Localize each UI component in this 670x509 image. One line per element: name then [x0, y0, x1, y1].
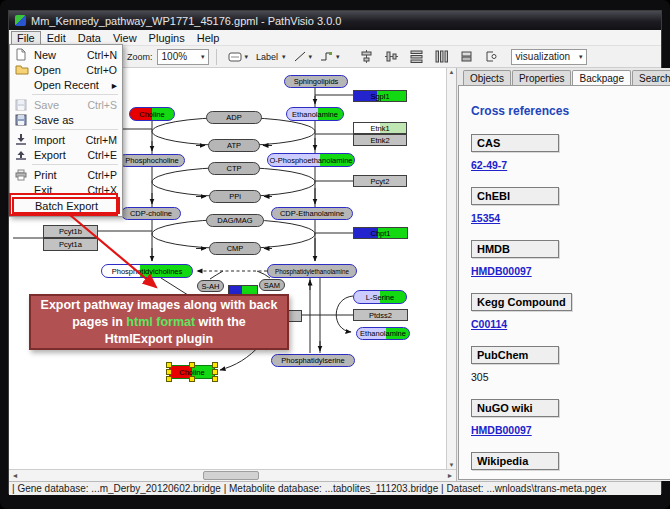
menu-item-save-as[interactable]: Save as — [12, 112, 120, 127]
side-panel: ObjectsPropertiesBackpageSearchLegend Cr… — [456, 68, 670, 481]
menu-file[interactable]: File — [11, 31, 41, 45]
pathway-node-dag-mag[interactable]: DAG/MAG — [206, 214, 264, 227]
pathway-node-phosphatidylserine[interactable]: Phosphatidylserine — [271, 354, 355, 367]
menu-item-import[interactable]: ImportCtrl+M — [12, 132, 120, 147]
pathway-node-ctp[interactable]: CTP — [208, 162, 260, 175]
pathway-node-choline-selected[interactable]: Choline — [169, 365, 215, 379]
xref-link[interactable]: 15354 — [471, 212, 500, 224]
pathway-node-ethanolamine-bottom[interactable]: Ethanolamine — [356, 327, 410, 340]
xref-link[interactable]: 62-49-7 — [471, 159, 507, 171]
selection-handle[interactable] — [166, 369, 172, 375]
scroll-down-icon[interactable]: ▼ — [449, 462, 455, 468]
menu-item-label: Open Recent — [34, 79, 106, 91]
pathway-node-atp[interactable]: ATP — [208, 139, 260, 152]
distribute-horizontal-icon[interactable] — [435, 50, 448, 63]
menu-item-print[interactable]: PrintCtrl+P — [12, 167, 120, 182]
chevron-down-icon: ▾ — [306, 53, 313, 61]
annotation-line2-end: with the — [195, 315, 246, 329]
scroll-up-icon[interactable]: ▲ — [449, 69, 455, 75]
xref-link[interactable]: HMDB00097 — [471, 265, 532, 277]
pathway-node-cmp[interactable]: CMP — [209, 242, 261, 255]
scrollbar-track[interactable] — [21, 470, 444, 481]
menu-item-save[interactable]: SaveCtrl+S — [12, 97, 120, 112]
visualization-combobox[interactable]: visualization ▾ — [511, 49, 587, 65]
line-tool-button[interactable]: ▾ — [291, 48, 316, 66]
menu-item-exit[interactable]: ExitCtrl+X — [12, 182, 120, 197]
xref-link[interactable]: Choline — [471, 477, 510, 480]
align-horizontal-center-icon[interactable] — [360, 50, 373, 63]
selection-handle[interactable] — [166, 362, 172, 368]
window-title: Mm_Kennedy_pathway_WP1771_45176.gpml - P… — [31, 15, 341, 27]
file-menu: NewCtrl+NOpenCtrl+OOpen Recent▸SaveCtrl+… — [9, 44, 123, 217]
xref-link[interactable]: C00114 — [471, 318, 507, 330]
xref-title: ChEBI — [471, 187, 559, 205]
pathway-node-phosphocholine[interactable]: Phosphocholine — [119, 154, 185, 167]
menu-item-new[interactable]: NewCtrl+N — [12, 47, 120, 62]
stack-tool-icon[interactable] — [460, 51, 473, 62]
xref-link[interactable]: HMDB00097 — [471, 424, 532, 436]
selection-handle[interactable] — [212, 376, 218, 382]
menu-item-open-recent[interactable]: Open Recent▸ — [12, 77, 120, 92]
gene-tool-button[interactable]: ▾ — [225, 48, 252, 66]
selection-handle[interactable] — [189, 362, 195, 368]
pathway-node-cdp-choline[interactable]: CDP-choline — [121, 207, 181, 220]
menu-help[interactable]: Help — [191, 31, 226, 45]
pathway-node-sgpl1[interactable]: Sgpl1 — [353, 90, 407, 102]
pathway-node-sam[interactable]: SAM — [259, 279, 285, 291]
selection-handle[interactable] — [166, 376, 172, 382]
pathway-node-o-phosphoethanolamine[interactable]: O-Phosphoethanolamine — [267, 153, 355, 167]
pathway-node-chpt1[interactable]: Chpt1 — [353, 227, 408, 239]
pathway-node-ethanolamine-top[interactable]: Ethanolamine — [286, 107, 344, 121]
bracket-tool-icon[interactable] — [485, 51, 497, 62]
pathway-node-etnk2[interactable]: Etnk2 — [353, 134, 407, 146]
selection-handle[interactable] — [189, 376, 195, 382]
xref-section-hmdb: HMDBHMDB00097 — [471, 239, 670, 277]
annotation-callout: Export pathway images along with back pa… — [29, 294, 289, 350]
pathway-node-pcyt2[interactable]: Pcyt2 — [353, 175, 407, 187]
canvas-horizontal-scrollbar[interactable]: ◄ ► — [9, 469, 456, 481]
tab-search[interactable]: Search — [632, 70, 670, 85]
titlebar[interactable]: Mm_Kennedy_pathway_WP1771_45176.gpml - P… — [9, 11, 661, 30]
tab-properties[interactable]: Properties — [512, 70, 572, 85]
scroll-right-icon[interactable]: ► — [444, 472, 456, 479]
connector-tool-button[interactable]: ▾ — [317, 48, 343, 66]
statusbar: | Gene database: ...m_Derby_20120602.bri… — [9, 481, 661, 495]
canvas-vertical-scrollbar[interactable]: ▲ ▼ — [446, 68, 456, 469]
tab-backpage[interactable]: Backpage — [572, 70, 630, 85]
pathway-node-pcyt1b[interactable]: Pcyt1b — [43, 225, 98, 238]
menu-item-label: Print — [34, 169, 82, 181]
pathway-node-etnk1[interactable]: Etnk1 — [353, 122, 407, 134]
selection-handle[interactable] — [212, 369, 218, 375]
pathway-node-l-serine[interactable]: L-Serine — [353, 290, 407, 304]
pathway-node-pcyt1a[interactable]: Pcyt1a — [43, 238, 98, 251]
pathway-node-ptdss2[interactable]: Ptdss2 — [353, 309, 408, 321]
pathway-node-ppi[interactable]: PPi — [209, 190, 261, 203]
distribute-vertical-icon[interactable] — [410, 50, 423, 63]
menu-plugins[interactable]: Plugins — [143, 31, 191, 45]
toolbar-separator — [216, 49, 217, 65]
menu-item-batch-export[interactable]: Batch Export — [12, 197, 120, 214]
tab-objects[interactable]: Objects — [463, 70, 511, 85]
zoom-combobox[interactable]: 100% ▾ — [157, 49, 209, 65]
align-vertical-center-icon[interactable] — [385, 50, 398, 63]
selection-handle[interactable] — [212, 362, 218, 368]
menu-separator — [12, 162, 120, 167]
scroll-left-icon[interactable]: ◄ — [9, 472, 21, 479]
label-tool-button[interactable]: Label ▾ — [253, 48, 289, 66]
menu-data[interactable]: Data — [72, 31, 107, 45]
menu-item-open[interactable]: OpenCtrl+O — [12, 62, 120, 77]
menu-edit[interactable]: Edit — [41, 31, 72, 45]
save-icon — [15, 98, 31, 111]
pathway-node-choline-top[interactable]: Choline — [129, 107, 175, 121]
pathway-node-phosphatidylcholines[interactable]: Phosphatidylcholines — [101, 264, 193, 278]
pathway-node-adp[interactable]: ADP — [206, 111, 262, 124]
pathway-node-s-ah[interactable]: S-AH — [197, 280, 224, 292]
pathway-node-cdp-ethanolamine[interactable]: CDP-Ethanolamine — [271, 207, 353, 220]
menu-item-export[interactable]: ExportCtrl+E — [12, 147, 120, 162]
pathway-node-phosphatidylethanolamine[interactable]: Phosphatidylethanolamine — [267, 264, 357, 278]
menu-view[interactable]: View — [107, 31, 143, 45]
pathway-node-sphingolipids[interactable]: Sphingolipids — [284, 75, 348, 88]
pathway-node-gene-box-partial[interactable] — [288, 310, 302, 322]
menu-shortcut: Ctrl+X — [88, 184, 117, 196]
scrollbar-thumb[interactable] — [203, 471, 259, 480]
